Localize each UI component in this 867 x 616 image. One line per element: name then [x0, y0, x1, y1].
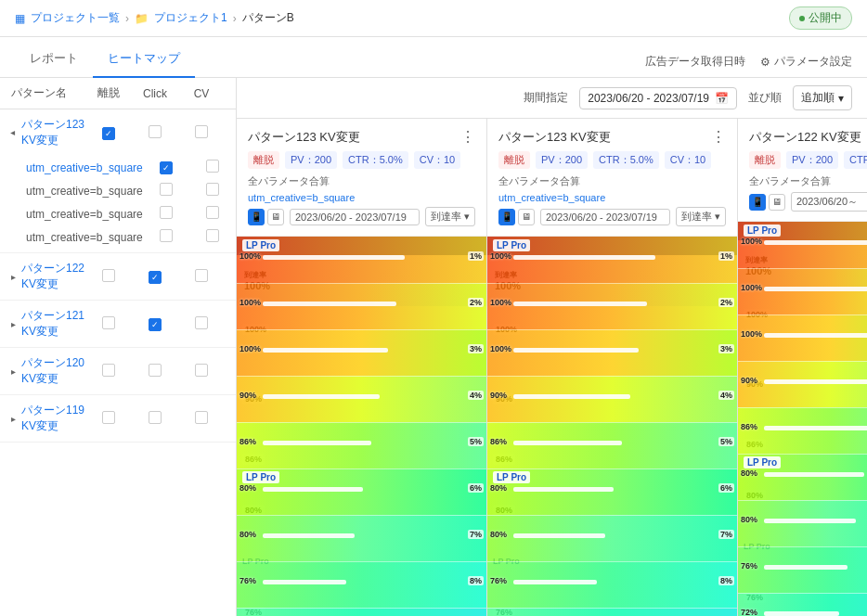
g1-cb-click[interactable] [132, 125, 178, 141]
card-1-all-param: 全パラメータ合算 [248, 174, 475, 188]
sub-checkbox-4-click[interactable] [206, 229, 219, 242]
card-3-badges: 離脱 PV：200 CTR： [749, 151, 867, 169]
card-2-metric[interactable]: 到達率 ▾ [676, 207, 726, 226]
sub-checkbox-1-click[interactable] [206, 160, 219, 173]
sort-select[interactable]: 追加順 ▾ [793, 85, 852, 110]
date-range-input[interactable]: 2023/06/20 - 2023/07/19 📅 [579, 87, 737, 109]
card-2-desktop-btn[interactable]: 🖥 [518, 209, 535, 225]
badge-ctr-1: CTR：5.0% [343, 151, 408, 169]
param-settings-label: パラメータ設定 [774, 54, 852, 70]
breadcrumb-project[interactable]: プロジェクト1 [154, 10, 227, 26]
card-3-desktop-btn[interactable]: 🖥 [769, 194, 785, 211]
breadcrumb: ▦ プロジェクト一覧 › 📁 プロジェクト1 › パターンB [15, 10, 294, 26]
ad-data-label: 広告データ取得日時 [645, 54, 745, 70]
card-2-mobile-btn[interactable]: 📱 [498, 209, 515, 225]
heatmap-visual-3: LP Pro到達率100%100%90%86%80%LP Pro76%72%70… [738, 222, 867, 616]
pattern-group-2-title: ▸ パターン122 KV変更 [11, 261, 85, 292]
g1-checkbox-click[interactable] [149, 125, 162, 138]
card-3-device-icons: 📱 🖥 [749, 194, 785, 211]
sub-cb-3-click[interactable] [189, 206, 236, 222]
pattern-group-4-header[interactable]: ▸ パターン120 KV変更 [0, 348, 236, 394]
pattern-group-1-header[interactable]: ▾ パターン123 KV変更 [0, 109, 236, 156]
sub-cb-4-rida[interactable] [143, 229, 189, 245]
pattern-group-1: ▾ パターン123 KV変更 utm_creative=b_square [0, 109, 236, 253]
g1-checkbox-cv[interactable] [195, 125, 208, 138]
card-3-date[interactable]: 2023/06/20～ [791, 192, 867, 212]
sub-cb-3-rida[interactable] [143, 206, 189, 222]
g5-checkbox-rida[interactable] [102, 411, 115, 424]
sub-checkbox-1-rida[interactable] [160, 161, 173, 174]
pattern-group-4: ▸ パターン120 KV変更 [0, 348, 236, 395]
sub-cb-4-click[interactable] [189, 229, 236, 245]
sidebar-header-pattern: パターン名 [11, 85, 85, 101]
tab-heatmap[interactable]: ヒートマップ [93, 41, 195, 78]
heatmap-card-1-header: パターン123 KV変更 ⋮ 離脱 PV：200 CTR：5.0% CV：10 … [237, 119, 486, 237]
card-1-device-icons: 📱 🖥 [248, 209, 284, 225]
breadcrumb-project-list[interactable]: プロジェクト一覧 [31, 10, 120, 26]
card-3-mobile-btn[interactable]: 📱 [749, 194, 766, 211]
card-2-title: パターン123 KV変更 [498, 129, 611, 146]
sub-checkbox-3-click[interactable] [206, 206, 219, 219]
sub-cb-1-rida[interactable] [143, 160, 189, 174]
card-2-menu-icon[interactable]: ⋮ [711, 128, 726, 146]
card-1-mobile-btn[interactable]: 📱 [248, 209, 265, 225]
badge-rida-1: 離脱 [248, 151, 279, 169]
heatmap-card-2: パターン123 KV変更 ⋮ 離脱 PV：200 CTR：5.0% CV：10 … [487, 119, 738, 616]
tab-report[interactable]: レポート [15, 41, 93, 78]
g3-checkbox-cv[interactable] [195, 316, 208, 329]
badge-rida-3: 離脱 [749, 151, 781, 169]
g2-checkbox-click[interactable] [149, 271, 162, 284]
sub-checkbox-3-rida[interactable] [160, 206, 173, 219]
breadcrumb-sep2: › [233, 12, 237, 25]
sub-cb-2-rida[interactable] [143, 183, 189, 199]
g3-checkbox-rida[interactable] [102, 316, 115, 329]
card-2-date[interactable]: 2023/06/20 - 2023/07/19 [540, 209, 670, 225]
g3-checkbox-click[interactable] [149, 318, 162, 331]
card-1-metric[interactable]: 到達率 ▾ [425, 207, 475, 226]
card-1-desktop-btn[interactable]: 🖥 [267, 209, 284, 225]
sub-checkbox-2-click[interactable] [206, 183, 219, 196]
sub-checkbox-2-rida[interactable] [160, 183, 173, 196]
g5-checkbox-click[interactable] [149, 411, 162, 424]
pattern-sub-items-1: utm_creative=b_square utm_creative=b_squ… [0, 156, 236, 252]
pattern-group-5-header[interactable]: ▸ パターン119 KV変更 [0, 395, 236, 442]
card-1-title-row: パターン123 KV変更 ⋮ [248, 128, 475, 146]
sub-checkbox-4-rida[interactable] [160, 229, 173, 242]
g4-checkbox-rida[interactable] [102, 364, 115, 377]
ad-data-item[interactable]: 広告データ取得日時 [645, 54, 745, 70]
heatmap-card-3-header: パターン122 KV変更 ⋮ 離脱 PV：200 CTR： 全パラメータ合算 📱… [738, 119, 867, 222]
card-1-date[interactable]: 2023/06/20 - 2023/07/19 [290, 209, 420, 225]
heatmaps-scroll[interactable]: パターン123 KV変更 ⋮ 離脱 PV：200 CTR：5.0% CV：10 … [237, 119, 867, 616]
sub-cb-2-click[interactable] [189, 183, 236, 199]
g1-cb-rida[interactable] [85, 125, 132, 140]
g5-checkbox-cv[interactable] [195, 411, 208, 424]
g2-checkbox-rida[interactable] [102, 269, 115, 282]
card-1-sub-controls: 📱 🖥 2023/06/20 - 2023/07/19 到達率 ▾ [248, 207, 475, 226]
g4-checkbox-cv[interactable] [195, 364, 208, 377]
breadcrumb-icon: ▦ [15, 12, 25, 25]
pattern-group-5-title: ▸ パターン119 KV変更 [11, 403, 85, 434]
g1-cb-cv[interactable] [178, 125, 225, 141]
pattern-group-2-header[interactable]: ▸ パターン122 KV変更 [0, 253, 236, 300]
heatmap-visual-2: LP Pro到達率100%100%90%86%80%LP Pro76%72%70… [487, 237, 737, 616]
g1-checkbox-rida[interactable] [102, 127, 115, 140]
card-2-sub-controls: 📱 🖥 2023/06/20 - 2023/07/19 到達率 ▾ [498, 207, 726, 226]
param-settings-item[interactable]: ⚙ パラメータ設定 [760, 54, 852, 70]
pattern-group-3-label: パターン121 KV変更 [21, 308, 85, 340]
pattern-group-2: ▸ パターン122 KV変更 [0, 253, 236, 301]
badge-cv-1: CV：10 [414, 151, 461, 169]
card-2-title-row: パターン123 KV変更 ⋮ [498, 128, 726, 146]
g2-checkbox-cv[interactable] [195, 269, 208, 282]
param-settings-icon: ⚙ [760, 56, 770, 69]
pattern-group-3-header[interactable]: ▸ パターン121 KV変更 [0, 301, 236, 347]
sub-cb-1-click[interactable] [189, 160, 236, 175]
heatmap-card-3: パターン122 KV変更 ⋮ 離脱 PV：200 CTR： 全パラメータ合算 📱… [738, 119, 867, 616]
card-1-menu-icon[interactable]: ⋮ [460, 128, 475, 146]
sub-item-label-1: utm_creative=b_square [26, 161, 143, 174]
breadcrumb-sep1: › [125, 12, 129, 25]
g4-checkbox-click[interactable] [149, 364, 162, 377]
chevron-icon-3: ▸ [11, 319, 16, 329]
card-3-title-row: パターン122 KV変更 ⋮ [749, 128, 867, 146]
badge-pv-3: PV：200 [786, 151, 838, 169]
top-nav: ▦ プロジェクト一覧 › 📁 プロジェクト1 › パターンB 公開中 [0, 0, 867, 37]
